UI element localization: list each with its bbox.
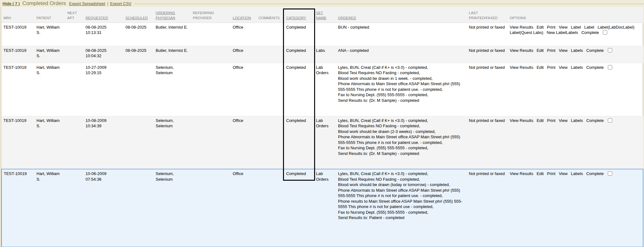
cell-scheduled: 08-08-2025	[124, 23, 154, 46]
table-row[interactable]: TEST-10019Hart, William S.08-08-2025 10:…	[2, 46, 643, 63]
cell-next-apt	[65, 63, 84, 116]
column-header-scheduled: SCHEDULED	[124, 7, 154, 23]
option-link-edit[interactable]: Edit	[537, 171, 544, 177]
option-link-print[interactable]: Print	[547, 25, 556, 30]
table-row[interactable]: TEST-10019Hart, William S.08-08-2025 10:…	[2, 23, 643, 46]
cell-scheduled	[124, 63, 154, 116]
cell-patient: Hart, William S.	[35, 116, 65, 169]
option-link-view[interactable]: View	[559, 65, 568, 70]
option-link-labels[interactable]: Labels	[571, 48, 583, 53]
cell-scheduled	[124, 169, 154, 247]
column-header-options: OPTIONS	[508, 7, 643, 23]
option-link-label-labdoclabel[interactable]: Label(LabDocLabel)	[597, 25, 634, 30]
option-link-edit[interactable]: Edit	[537, 65, 544, 70]
option-link-print[interactable]: Print	[547, 118, 556, 124]
table-row[interactable]: TEST-10019Hart, William S.10-27-2009 10:…	[2, 63, 643, 116]
column-header-ordering-physician: ORDERING PHYSICIAN	[154, 7, 191, 23]
cell-referring-provider	[191, 169, 231, 247]
option-link-view[interactable]: View	[559, 25, 568, 30]
option-link-label[interactable]: Label	[571, 25, 581, 30]
option-link-labels[interactable]: Labels	[571, 171, 583, 177]
option-link-labels[interactable]: Labels	[571, 65, 583, 70]
option-link-complete[interactable]: Complete	[586, 118, 604, 124]
option-link-view[interactable]: View	[559, 171, 568, 177]
column-header-next-apt: NEXT APT	[65, 7, 84, 23]
option-link-labels[interactable]: Labels	[571, 118, 583, 124]
cell-comments	[257, 169, 284, 247]
cell-options: View Results Edit Print View Labels Comp…	[508, 63, 643, 116]
option-link-view-results[interactable]: View Results	[510, 48, 533, 53]
option-link-print[interactable]: Print	[547, 48, 556, 53]
ordered-item: ANA - completed	[338, 48, 465, 53]
cell-ordered: Lytes, BUN, Creat (Call if K+ is <3.0) -…	[336, 116, 467, 169]
referring-provider-header-label: REFERRING PROVIDER	[193, 11, 214, 20]
option-link-view[interactable]: View	[559, 118, 568, 124]
option-link-view-results[interactable]: View Results	[510, 65, 533, 70]
option-link-edit[interactable]: Edit	[537, 118, 544, 124]
category-header-label[interactable]: CATEGORY	[286, 16, 306, 20]
complete-checkbox[interactable]	[603, 30, 607, 35]
cell-set-name: Lab Orders	[314, 169, 336, 247]
complete-checkbox[interactable]	[608, 65, 612, 69]
cell-mr: TEST-10019	[2, 46, 35, 63]
option-link-view-results[interactable]: View Results	[510, 25, 533, 30]
option-link-complete[interactable]: Complete	[586, 171, 604, 177]
ordered-item: Send Results to: Patient - completed	[338, 215, 465, 221]
option-link-view-results[interactable]: View Results	[510, 171, 533, 177]
ordered-item: Phone Abnormals to Main Street office AS…	[338, 188, 465, 199]
orders-panel: MR#PATIENTNEXT APTREQUESTEDSCHEDULEDORDE…	[1, 7, 643, 247]
option-link-complete[interactable]: Complete	[586, 65, 604, 70]
ordered-item: Fax to Nursing Dept. (555) 555-5555 - co…	[338, 92, 465, 98]
option-link-edit[interactable]: Edit	[537, 25, 544, 30]
option-link-edit[interactable]: Edit	[537, 48, 544, 53]
option-link-label-quest-labs[interactable]: Label(Quest Labs)	[510, 30, 543, 36]
ordered-header-label[interactable]: ORDERED	[338, 16, 356, 20]
requested-header-label[interactable]: REQUESTED	[86, 16, 108, 20]
cell-requested: 08-08-2025 10:13:31	[84, 23, 124, 46]
cell-ordered: Lytes, BUN, Creat (Call if K+ is <3.0) -…	[336, 169, 467, 247]
export-spreadsheet-link[interactable]: Export Spreadsheet	[69, 1, 105, 6]
cell-options: View Results Edit Print View Labels Comp…	[508, 116, 643, 169]
complete-checkbox[interactable]	[608, 48, 612, 52]
cell-mr: TEST-10019	[2, 116, 35, 169]
set-name-header-label[interactable]: SET NAME	[316, 11, 326, 20]
column-header-patient: PATIENT	[35, 7, 65, 23]
cell-scheduled	[124, 116, 154, 169]
option-link-view[interactable]: View	[559, 48, 568, 53]
ordered-item: Fax to Nursing Dept. (555) 555-5555 - co…	[338, 145, 465, 151]
ordering-physician-header-label[interactable]: ORDERING PHYSICIAN	[156, 11, 175, 20]
column-header-set-name: SET NAME	[314, 7, 336, 23]
orders-table: MR#PATIENTNEXT APTREQUESTEDSCHEDULEDORDE…	[1, 7, 643, 247]
complete-checkbox[interactable]	[608, 118, 612, 123]
hide-link[interactable]: Hide ( 7 )	[3, 1, 20, 6]
scheduled-header-label[interactable]: SCHEDULED	[125, 16, 148, 20]
option-link-complete[interactable]: Complete	[581, 30, 599, 36]
cell-mr: TEST-10019	[2, 23, 35, 46]
cell-comments	[257, 46, 284, 63]
option-link-print[interactable]: Print	[547, 171, 556, 177]
ordered-item: Lytes, BUN, Creat (Call if K+ is <3.0) -…	[338, 118, 465, 124]
column-header-last-printed-faxed: LAST PRINTED/FAXED	[467, 7, 508, 23]
mr-header-label: MR#	[3, 16, 11, 20]
option-link-new-labellabels[interactable]: New LabelLabels	[547, 30, 578, 36]
cell-ordered: BUN - completed	[336, 23, 467, 46]
cell-next-apt	[65, 116, 84, 169]
location-header-label[interactable]: LOCATION	[233, 16, 251, 20]
cell-referring-provider	[191, 116, 231, 169]
ordered-item: Blood work should be drawn in 1 week. - …	[338, 76, 465, 81]
patient-header-label: PATIENT	[36, 16, 51, 20]
cell-patient: Hart, William S.	[35, 46, 65, 63]
export-csv-link[interactable]: Export CSV	[110, 1, 131, 6]
table-row[interactable]: TEST-10019Hart, William S.10-08-2009 10:…	[2, 116, 643, 169]
option-link-label[interactable]: Label	[584, 25, 594, 30]
option-link-complete[interactable]: Complete	[586, 48, 604, 53]
option-link-view-results[interactable]: View Results	[510, 118, 533, 124]
ordered-item: Phone results to Main Street office ASAP…	[338, 199, 465, 210]
option-link-print[interactable]: Print	[547, 65, 556, 70]
complete-checkbox[interactable]	[608, 171, 612, 176]
orders-tbody: TEST-10019Hart, William S.08-08-2025 10:…	[2, 23, 643, 247]
cell-ordered: ANA - completed	[336, 46, 467, 63]
column-header-location: LOCATION	[231, 7, 257, 23]
ordered-item: Blood work should be drawn (2-3 weeks) -…	[338, 129, 465, 134]
table-row[interactable]: TEST-10019Hart, William S.10-06-2009 07:…	[2, 169, 643, 247]
